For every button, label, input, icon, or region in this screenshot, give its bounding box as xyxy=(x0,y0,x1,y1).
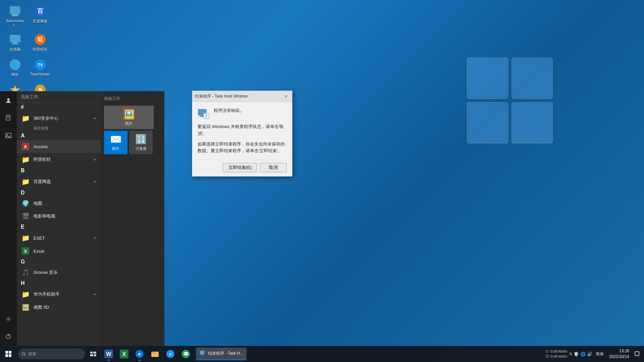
tray-icon-volume[interactable]: 🔊 xyxy=(587,352,592,357)
svg-rect-11 xyxy=(11,15,19,16)
svg-point-52 xyxy=(22,352,25,355)
app-item-access[interactable]: A Access xyxy=(17,140,101,153)
desktop-icon-administrator[interactable]: Administrat... xyxy=(3,3,27,28)
taskbar-window-item[interactable]: 结束程序 - Task H... xyxy=(196,348,247,360)
app-folder-eset[interactable]: 📁 ESET ▼ xyxy=(17,231,101,245)
svg-text:e: e xyxy=(138,351,141,357)
tray-clock[interactable]: 13:26 2022/10/14 xyxy=(607,348,631,360)
search-placeholder: 搜索 xyxy=(28,351,36,357)
svg-rect-14 xyxy=(10,35,20,42)
dialog-line2: 要返回 Windows 并检查程序状态，请单击'取消'。 xyxy=(198,123,287,137)
tile-mail-label: 邮件 xyxy=(112,146,119,151)
svg-rect-48 xyxy=(5,351,8,354)
taskbar-app-excel[interactable]: X xyxy=(117,347,131,361)
desktop-icon-teamviewer[interactable]: TV TeamViewer xyxy=(29,57,52,78)
dialog-line3: 如果选择立即结束程序，你会失去尚未保存的数据。要立即结束程序，请单击'立即结束'… xyxy=(198,141,287,155)
svg-rect-50 xyxy=(5,354,8,357)
folder-aliwang-icon: 📁 xyxy=(21,155,30,164)
app-item-ditu[interactable]: 🌍 地图 xyxy=(17,197,101,210)
dialog-program-icon: ! xyxy=(198,107,210,119)
svg-line-53 xyxy=(24,355,26,356)
desktop-icon-aliwang-label: 阿里旺旺 xyxy=(33,47,48,52)
taskbar-app-wechat[interactable]: 💬 xyxy=(178,347,193,361)
app-item-dianying[interactable]: 🎬 电影和电视 xyxy=(17,210,101,223)
tray-icons: N 🛡️ 🌐 🔊 xyxy=(569,352,592,357)
sidebar-icon-settings[interactable] xyxy=(2,312,15,326)
taskbar-task-view[interactable] xyxy=(87,346,100,362)
dialog-confirm-button[interactable]: 立即结束(E) xyxy=(223,163,257,172)
dialog-cancel-button[interactable]: 取消 xyxy=(260,163,287,172)
tile-photo[interactable]: 🖼️ 照片 xyxy=(104,106,154,129)
tiles-header: 高效工作 xyxy=(104,95,161,103)
sidebar-icon-user[interactable] xyxy=(2,94,15,107)
taskbar-app-word[interactable]: W xyxy=(101,347,116,361)
letter-header-g: G xyxy=(17,257,101,266)
svg-rect-16 xyxy=(11,44,19,45)
svg-rect-15 xyxy=(13,42,17,44)
taskbar-app-explorer[interactable] xyxy=(148,347,162,361)
tile-mail[interactable]: ✉️ 邮件 xyxy=(104,131,127,154)
desktop: Administrat... 百 百度网盘 xyxy=(0,0,644,362)
svg-rect-49 xyxy=(9,351,11,354)
app-folder-360[interactable]: 📁 360安全中心 ▼ xyxy=(17,112,101,125)
app-item-hua3d[interactable]: 🖼️ 画图 3D xyxy=(17,301,101,314)
taskbar-app-ie[interactable]: e xyxy=(163,347,178,361)
recently-added-label: 最近添加 xyxy=(17,125,101,131)
tray-language[interactable]: 简体 xyxy=(594,351,605,357)
windows-logo-watermark xyxy=(463,54,557,147)
desktop-icon-baidu[interactable]: 百 百度网盘 xyxy=(29,3,52,28)
start-menu: 高效工作 # 📁 360安全中心 ▼ 最近添加 A A Access xyxy=(0,91,164,346)
svg-text:X: X xyxy=(24,249,27,254)
app-folder-baidu[interactable]: 📁 百度网盘 ▼ xyxy=(17,175,101,188)
start-tiles-panel: 高效工作 🖼️ 照片 ✉️ 邮件 🔢 计算器 xyxy=(101,91,164,346)
svg-rect-71 xyxy=(200,351,205,354)
desktop-icon-thispc-label: 此电脑 xyxy=(10,47,21,52)
tray-icon-network[interactable]: 🌐 xyxy=(580,352,586,357)
app-item-groove[interactable]: 🎵 Groove 音乐 xyxy=(17,266,101,279)
network-upload: U: 0.00 kbit/s xyxy=(546,349,567,354)
desktop-icon-baidu-label: 百度网盘 xyxy=(33,19,48,24)
sidebar-icon-power[interactable] xyxy=(2,330,15,343)
dialog-close-button[interactable]: × xyxy=(283,93,289,100)
tile-calc-label: 计算器 xyxy=(136,146,147,151)
taskbar-search[interactable]: 搜索 xyxy=(18,349,85,359)
desktop-icon-network[interactable]: 🌐 网络 xyxy=(3,57,27,78)
letter-header-a: A xyxy=(17,131,101,140)
app-folder-aliwang[interactable]: 📁 阿里旺旺 ▼ xyxy=(17,153,101,166)
tile-calc-icon: 🔢 xyxy=(135,134,147,145)
svg-rect-72 xyxy=(201,354,203,355)
folder-huawei-icon: 📁 xyxy=(21,290,30,299)
taskbar-app-edge[interactable]: e xyxy=(132,347,147,361)
tray-icon-nvidia[interactable]: N xyxy=(569,352,572,356)
dialog-buttons: 立即结束(E) 取消 xyxy=(192,160,292,176)
tray-notification[interactable] xyxy=(633,351,641,357)
dianying-icon: 🎬 xyxy=(21,212,30,221)
svg-text:!: ! xyxy=(206,114,207,118)
desktop-icon-aliwang[interactable]: 旺 阿里旺旺 xyxy=(29,32,52,53)
svg-point-30 xyxy=(7,98,10,101)
task-host-dialog[interactable]: 结束程序 - Task Host Window × ! xyxy=(192,90,292,177)
network-download: D: 0.00 kbit/s xyxy=(546,354,567,359)
tray-icon-security[interactable]: 🛡️ xyxy=(574,352,579,357)
dialog-line1: 程序没有响应。 xyxy=(214,107,244,114)
app-folder-huawei[interactable]: 📁 华为手机助手 ▼ xyxy=(17,288,101,301)
dialog-body: ! 程序没有响应。 要返回 Windows 并检查程序状态，请单击'取消'。 如… xyxy=(192,102,292,160)
start-title: 高效工作 xyxy=(17,91,101,103)
app-item-excel[interactable]: X Excel xyxy=(17,245,101,257)
taskbar-active-window[interactable]: 结束程序 - Task H... xyxy=(196,348,247,360)
expand-icon-aliwang: ▼ xyxy=(93,158,97,162)
sidebar-icon-document[interactable] xyxy=(2,111,15,125)
svg-rect-34 xyxy=(6,133,11,137)
letter-header-d: D xyxy=(17,188,101,197)
svg-point-35 xyxy=(7,134,8,135)
expand-icon-eset: ▼ xyxy=(93,236,97,240)
expand-icon-huawei: ▼ xyxy=(93,293,97,296)
svg-rect-54 xyxy=(90,352,93,354)
taskbar-window-label: 结束程序 - Task H... xyxy=(208,351,243,356)
svg-rect-4 xyxy=(469,59,506,97)
tile-calculator[interactable]: 🔢 计算器 xyxy=(129,131,153,154)
svg-text:🌐: 🌐 xyxy=(12,61,18,68)
desktop-icon-thispc[interactable]: 此电脑 xyxy=(3,32,27,53)
taskbar-start-button[interactable] xyxy=(0,346,17,362)
sidebar-icon-photo[interactable] xyxy=(2,129,15,142)
